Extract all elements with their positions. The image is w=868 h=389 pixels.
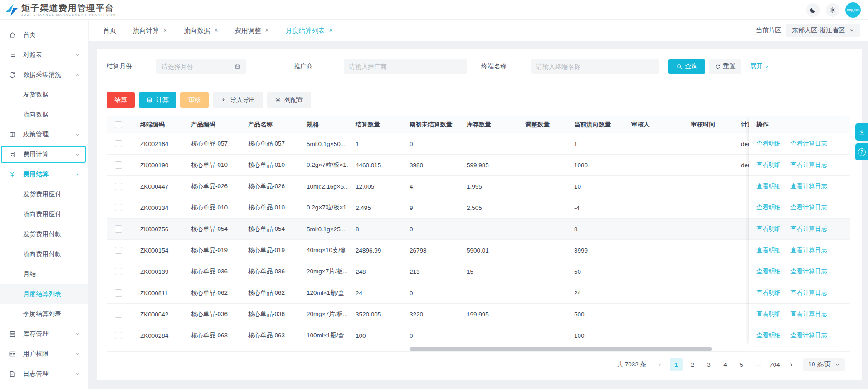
settle-button[interactable]: 结算 [107,92,135,108]
prev-page-button[interactable]: ‹ [653,358,666,371]
view-calc-log-link[interactable]: 查看计算日志 [790,140,827,148]
expand-link[interactable]: 展开 [750,63,770,71]
month-input[interactable] [161,63,232,70]
import-export-button[interactable]: 导入导出 [213,92,263,108]
table-cell-opening_unsettled_qty: 0 [402,332,459,339]
sidebar-item-fee-calculation[interactable]: 费用计算 [0,145,88,165]
sidebar-item-shipment-data[interactable]: 发货数据 [0,85,88,105]
column-config-button[interactable]: 列配置 [267,92,311,108]
row-checkbox[interactable] [115,183,122,190]
tab-home[interactable]: 首页 [103,26,116,35]
calculate-button[interactable]: 计算 [139,92,176,108]
app-subtitle: JUZI CHANNEL MANAGEMENT PLANTFORM [21,13,116,16]
tab-flow-calc[interactable]: 流向计算× [133,26,167,35]
sidebar-item-data-collection[interactable]: 数据采集清洗 [0,65,88,85]
table-cell-settle_qty: 24896.99 [348,247,402,254]
dark-mode-button[interactable] [806,3,820,17]
month-picker[interactable] [156,59,246,74]
view-detail-link[interactable]: 查看明细 [756,140,781,148]
user-avatar[interactable]: dmp_test [845,2,861,18]
page-button-1[interactable]: 1 [670,358,683,371]
sidebar-item-log-management[interactable]: 日志管理 [0,364,88,384]
view-calc-log-link[interactable]: 查看计算日志 [790,161,827,169]
close-icon[interactable]: × [329,27,333,34]
next-page-button[interactable]: › [785,358,798,371]
sidebar-item-policy-management[interactable]: 政策管理 [0,125,88,145]
audit-button[interactable]: 审核 [180,92,209,108]
page-button-3[interactable]: 3 [702,358,715,371]
close-icon[interactable]: × [214,27,218,34]
region-selector[interactable]: 东部大区-浙江省区 [786,24,860,37]
view-detail-link[interactable]: 查看明细 [756,182,781,190]
view-calc-log-link[interactable]: 查看计算日志 [790,204,827,212]
sidebar-item-flow-fee-payable[interactable]: 流向费用应付 [0,204,88,224]
sidebar-item-label: 用户权限 [23,350,75,358]
chevron-down-icon [75,331,80,337]
page-button-4[interactable]: 4 [719,358,731,371]
view-calc-log-link[interactable]: 查看计算日志 [790,225,827,233]
view-calc-log-link[interactable]: 查看计算日志 [790,246,827,254]
sidebar-item-flow-fee-payment[interactable]: 流向费用付款 [0,244,88,264]
view-calc-log-link[interactable]: 查看计算日志 [790,289,827,297]
tab-flow-data[interactable]: 流向数据× [184,26,218,35]
settings-button[interactable] [826,3,839,17]
sidebar-item-home[interactable]: 首页 [0,25,88,45]
table-cell-terminal_code: ZK000756 [133,226,184,233]
table-cell-product_name: 核心单品-010 [241,161,299,169]
sidebar-item-label: 流向数据 [23,111,80,119]
sidebar-item-monthly-close[interactable]: 月结 [0,264,88,284]
view-detail-link[interactable]: 查看明细 [756,267,781,276]
tab-fee-adjust[interactable]: 费用调整× [234,26,268,35]
view-calc-log-link[interactable]: 查看计算日志 [790,310,827,318]
page-button-5[interactable]: 5 [735,358,748,371]
tab-monthly-settlement-list[interactable]: 月度结算列表× [286,26,333,35]
row-checkbox[interactable] [115,204,122,211]
sidebar-item-comparison-table[interactable]: 对照表 [0,45,88,65]
close-icon[interactable]: × [265,27,268,34]
row-checkbox[interactable] [115,311,122,318]
sponsor-input[interactable] [349,63,462,70]
table-cell-spec: 0.2g×7粒/板×1... [299,161,348,169]
sidebar-item-flow-data[interactable]: 流向数据 [0,105,88,125]
sidebar-item-shipment-fee-payable[interactable]: 发货费用应付 [0,185,88,204]
table-cell-current_flow_qty: 500 [567,311,624,318]
reset-button[interactable]: 重置 [709,59,741,74]
row-checkbox[interactable] [115,332,122,339]
row-checkbox[interactable] [115,161,122,169]
operation-cell: 查看明细查看计算日志 [749,197,850,219]
sidebar-item-shipment-fee-payment[interactable]: 发货费用付款 [0,224,88,244]
view-detail-link[interactable]: 查看明细 [756,204,781,212]
page-button-2[interactable]: 2 [686,358,699,371]
table-cell-spec: 10ml:2.16g×5... [299,183,348,190]
view-calc-log-link[interactable]: 查看计算日志 [790,267,827,276]
sidebar-item-user-permission[interactable]: 用户权限 [0,344,88,364]
row-checkbox[interactable] [115,268,122,275]
view-calc-log-link[interactable]: 查看计算日志 [790,182,827,190]
row-checkbox[interactable] [115,289,122,297]
view-calc-log-link[interactable]: 查看计算日志 [790,331,827,340]
view-detail-link[interactable]: 查看明细 [756,310,781,318]
query-button[interactable]: 查询 [668,59,705,74]
sidebar-item-inventory-management[interactable]: 库存管理 [0,324,88,344]
terminal-input[interactable] [536,63,654,70]
close-icon[interactable]: × [163,27,167,34]
sidebar-item-fee-settlement[interactable]: 费用结算 [0,165,88,185]
view-detail-link[interactable]: 查看明细 [756,161,781,169]
help-float-button[interactable]: ? [855,143,868,160]
sidebar-item-quarterly-settlement-list[interactable]: 季度结算列表 [0,304,88,324]
sidebar-item-monthly-settlement-list[interactable]: 月度结算列表 [0,284,88,304]
view-detail-link[interactable]: 查看明细 [756,289,781,297]
row-checkbox[interactable] [115,247,122,254]
column-header-product_name: 产品名称 [241,121,299,129]
page-button-704[interactable]: 704 [768,358,782,371]
page-size-selector[interactable]: 10 条/页 [803,358,845,371]
view-detail-link[interactable]: 查看明细 [756,225,781,233]
row-checkbox[interactable] [115,140,122,147]
row-checkbox[interactable] [115,225,122,233]
scrollbar-thumb[interactable] [410,347,712,351]
view-detail-link[interactable]: 查看明细 [756,246,781,254]
select-all-checkbox[interactable] [115,121,122,128]
view-detail-link[interactable]: 查看明细 [756,331,781,340]
search-icon [676,63,683,70]
export-float-button[interactable] [855,123,868,141]
